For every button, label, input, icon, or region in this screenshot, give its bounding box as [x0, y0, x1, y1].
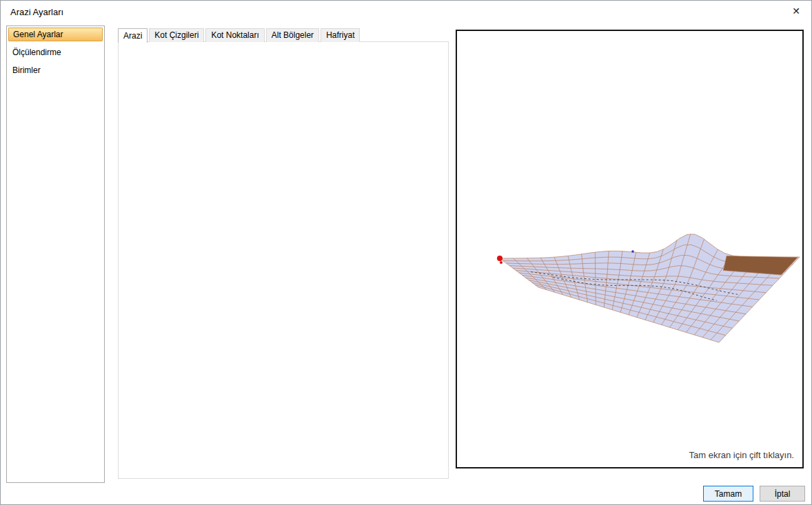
sidebar-item-olculendirme[interactable]: Ölçülendirme — [8, 45, 103, 59]
sidebar-item-genel-ayarlar[interactable]: Genel Ayarlar — [8, 28, 103, 41]
close-icon[interactable]: ✕ — [792, 6, 800, 17]
titlebar: Arazi Ayarları ✕ — [1, 1, 811, 23]
sidebar: Genel Ayarlar Ölçülendirme Birimler — [6, 25, 105, 483]
arazi-ayarlari-dialog: Arazi Ayarları ✕ Genel Ayarlar Ölçülendi… — [0, 0, 812, 505]
terrain-preview-panel[interactable]: Tam ekran için çift tıklayın. — [456, 30, 804, 468]
window-title: Arazi Ayarları — [10, 7, 63, 17]
tab-alt-bolgeler[interactable]: Alt Bölgeler — [266, 28, 319, 42]
tab-strip: Arazi Kot Çizgileri Kot Noktaları Alt Bö… — [118, 28, 361, 42]
fullscreen-hint: Tam ekran için çift tıklayın. — [689, 450, 794, 460]
tab-kot-noktalari[interactable]: Kot Noktaları — [205, 28, 264, 42]
ok-button[interactable]: Tamam — [703, 486, 753, 502]
tab-page-arazi — [118, 41, 449, 479]
tab-arazi[interactable]: Arazi — [118, 28, 148, 43]
terrain-3d-view[interactable] — [457, 31, 802, 467]
tab-kot-cizgileri[interactable]: Kot Çizgileri — [149, 28, 204, 42]
tab-hafriyat[interactable]: Hafriyat — [321, 28, 360, 42]
cancel-button[interactable]: İptal — [760, 486, 805, 502]
sidebar-item-birimler[interactable]: Birimler — [8, 63, 103, 77]
